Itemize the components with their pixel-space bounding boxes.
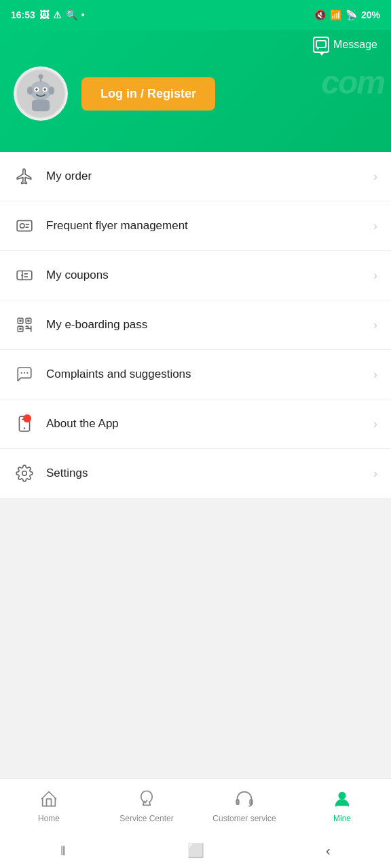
chevron-icon: › xyxy=(373,467,377,481)
menu-item-settings[interactable]: Settings › xyxy=(0,449,391,498)
chevron-icon: › xyxy=(373,170,377,184)
chevron-icon: › xyxy=(373,269,377,283)
chat-icon xyxy=(14,363,35,385)
dot-icon: • xyxy=(81,9,85,20)
message-button[interactable]: Message xyxy=(313,37,377,53)
my-order-label: My order xyxy=(46,170,373,183)
status-left: 16:53 🖼 ⚠ 🔍 • xyxy=(11,9,85,20)
chevron-icon: › xyxy=(373,318,377,332)
android-menu-btn[interactable]: ⦀ xyxy=(60,843,66,859)
complaints-label: Complaints and suggestions xyxy=(46,368,373,381)
home-icon xyxy=(39,789,58,811)
profile-section: Log in / Register xyxy=(14,66,377,121)
menu-item-boarding-pass[interactable]: My e-boarding pass › xyxy=(0,300,391,350)
my-coupons-label: My coupons xyxy=(46,269,373,282)
svg-rect-11 xyxy=(32,100,50,112)
menu-item-complaints[interactable]: Complaints and suggestions › xyxy=(0,350,391,399)
svg-point-31 xyxy=(339,792,345,798)
svg-point-8 xyxy=(43,88,46,91)
search-icon: 🔍 xyxy=(66,9,77,20)
qrcode-icon xyxy=(14,314,35,336)
chevron-icon: › xyxy=(373,368,377,382)
menu-item-frequent-flyer[interactable]: Frequent flyer management › xyxy=(0,201,391,251)
service-center-icon xyxy=(137,789,156,811)
svg-point-2 xyxy=(30,81,52,100)
svg-point-13 xyxy=(20,224,25,229)
chevron-icon: › xyxy=(373,219,377,233)
nav-service-center[interactable]: Service Center xyxy=(98,779,196,833)
svg-point-10 xyxy=(39,74,43,79)
header-top: Message xyxy=(14,37,377,53)
bottom-nav: Home Service Center Customer service xyxy=(0,778,391,833)
content-spacer xyxy=(0,498,391,634)
android-home-btn[interactable]: ⬜ xyxy=(187,842,204,859)
svg-point-22 xyxy=(24,372,25,374)
nav-mine[interactable]: Mine xyxy=(293,779,391,833)
android-back-btn[interactable]: ‹ xyxy=(326,843,331,859)
notification-badge xyxy=(23,414,31,422)
alert-icon: ⚠ xyxy=(53,9,62,20)
login-register-button[interactable]: Log in / Register xyxy=(81,77,215,111)
headset-icon xyxy=(235,789,254,811)
menu-item-about-app[interactable]: About the App › xyxy=(0,399,391,449)
phone-app-icon xyxy=(14,413,35,435)
svg-rect-19 xyxy=(19,319,21,321)
boarding-pass-label: My e-boarding pass xyxy=(46,318,373,332)
svg-point-24 xyxy=(26,372,28,374)
service-center-label: Service Center xyxy=(119,814,173,823)
frequent-flyer-label: Frequent flyer management xyxy=(46,219,373,233)
mine-label: Mine xyxy=(333,814,351,823)
svg-point-3 xyxy=(27,87,33,95)
svg-rect-0 xyxy=(316,41,326,47)
menu-item-my-order[interactable]: My order › xyxy=(0,152,391,201)
menu-list: My order › Frequent flyer management › M… xyxy=(0,152,391,498)
coupon-icon xyxy=(14,264,35,286)
mine-person-icon xyxy=(333,789,352,811)
header: com Message xyxy=(0,30,391,152)
signal-icon: 📡 xyxy=(346,9,357,20)
status-bar: 16:53 🖼 ⚠ 🔍 • 🔇 📶 📡 20% xyxy=(0,0,391,30)
person-card-icon xyxy=(14,215,35,237)
svg-rect-20 xyxy=(27,319,29,321)
plane-icon xyxy=(14,165,35,187)
svg-rect-21 xyxy=(19,328,21,330)
menu-item-my-coupons[interactable]: My coupons › xyxy=(0,251,391,300)
settings-icon xyxy=(14,462,35,484)
time: 16:53 xyxy=(11,9,35,20)
about-app-label: About the App xyxy=(46,417,373,431)
android-nav-bar: ⦀ ⬜ ‹ xyxy=(0,833,391,868)
photo-icon: 🖼 xyxy=(39,9,49,20)
svg-point-7 xyxy=(35,88,38,91)
nav-customer-service[interactable]: Customer service xyxy=(196,779,293,833)
home-label: Home xyxy=(38,814,60,823)
wifi-icon: 📶 xyxy=(330,9,341,20)
svg-point-28 xyxy=(22,471,27,476)
status-right: 🔇 📶 📡 20% xyxy=(314,9,380,20)
message-label: Message xyxy=(333,39,377,51)
avatar xyxy=(14,66,68,121)
chevron-icon: › xyxy=(373,417,377,431)
svg-point-15 xyxy=(21,274,23,276)
battery-level: 20% xyxy=(361,9,380,20)
svg-point-26 xyxy=(24,427,26,429)
settings-label: Settings xyxy=(46,467,373,480)
svg-rect-14 xyxy=(17,271,32,280)
mute-icon: 🔇 xyxy=(314,9,326,20)
customer-service-label: Customer service xyxy=(212,814,276,823)
message-icon xyxy=(313,37,329,53)
svg-point-4 xyxy=(48,87,54,95)
nav-home[interactable]: Home xyxy=(0,779,98,833)
svg-point-23 xyxy=(21,372,22,374)
